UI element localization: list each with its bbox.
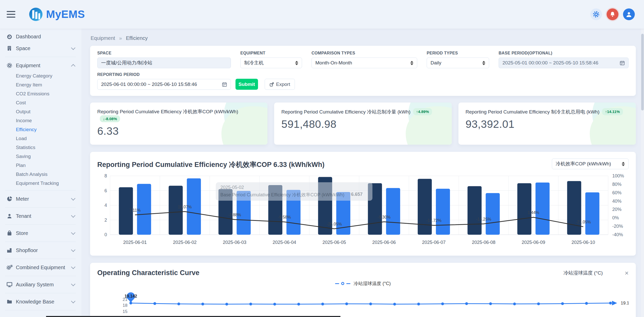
- space-input[interactable]: 一度城/公用动力/制冷站: [97, 58, 231, 68]
- efficiency-chart[interactable]: 02468100%80%60%40%20%0%-20%-40%2025-06-0…: [97, 173, 629, 251]
- svg-text:2025-06-01: 2025-06-01: [123, 240, 147, 245]
- curve-legend[interactable]: 冷站湿球温度 (°C): [97, 280, 629, 287]
- bottom-window-edge: [46, 316, 340, 317]
- sidebar-subitem-output[interactable]: Output: [0, 107, 81, 116]
- sidebar-subitem-co2-emissions[interactable]: CO2 Emissions: [0, 89, 81, 98]
- equipment-select[interactable]: 制冷主机: [240, 58, 302, 68]
- legend-label: 冷站湿球温度 (°C): [353, 280, 391, 287]
- sidebar-item-auxiliary-system[interactable]: Auxiliary System: [0, 279, 81, 290]
- vertical-scrollbar[interactable]: [641, 29, 644, 317]
- notifications-button[interactable]: [607, 8, 618, 20]
- change-percent-label: -9.30%: [378, 215, 391, 219]
- sidebar-item-equipment[interactable]: Equipment: [0, 60, 81, 71]
- brand[interactable]: MyEMS: [29, 8, 85, 21]
- sidebar-item-space[interactable]: Space: [0, 42, 81, 54]
- sidebar-divider: [5, 310, 76, 310]
- submit-button[interactable]: Submit: [235, 79, 258, 90]
- kpi-change-badge: ↑14.11%: [602, 108, 623, 115]
- sidebar-subitem-efficiency[interactable]: Efficiency: [0, 125, 81, 134]
- kpi-value: 591,480.98: [281, 118, 444, 130]
- export-button[interactable]: Export: [265, 79, 295, 90]
- sidebar-item-knowledge-base[interactable]: Knowledge Base: [0, 296, 81, 308]
- change-percent-label: -14.25%: [476, 217, 491, 221]
- tooltip-series: Base Period Cumulative Efficiency 冷机效率CO…: [220, 192, 344, 198]
- period-types-select[interactable]: Daily: [427, 58, 489, 68]
- bar-base-period: [418, 179, 432, 235]
- sidebar-subitem-statistics[interactable]: Statistics: [0, 143, 81, 152]
- curve-point: [153, 302, 156, 305]
- user-avatar[interactable]: [623, 8, 635, 20]
- kpi-title: Reporting Period Cumulative Efficiency 制…: [466, 108, 629, 116]
- sidebar-divider: [5, 293, 76, 293]
- settings-button[interactable]: [590, 8, 602, 20]
- monitor-icon: [6, 281, 13, 288]
- breadcrumb-parent[interactable]: Equipment: [91, 35, 115, 41]
- calendar-icon: [219, 82, 227, 87]
- tooltip-value: 6.657: [351, 192, 362, 198]
- sidebar-toggle-icon[interactable]: [7, 10, 18, 19]
- sidebar-divider: [5, 207, 76, 208]
- change-percent-label: -21.05%: [576, 220, 591, 224]
- sidebar-subitem-income[interactable]: Income: [0, 116, 81, 125]
- export-icon: [270, 82, 274, 87]
- sidebar-item-meter[interactable]: Meter: [0, 193, 81, 205]
- change-percent-label: -26.05%: [327, 222, 342, 226]
- kpi-card-row: Reporting Period Cumulative Efficiency 冷…: [90, 103, 636, 145]
- select-arrows-icon: [619, 162, 625, 166]
- sidebar-item-shopfloor[interactable]: Shopfloor: [0, 244, 81, 256]
- curve-point: [537, 302, 540, 305]
- sidebar-subitem-saving[interactable]: Saving: [0, 152, 81, 161]
- sidebar-subitem-plan[interactable]: Plan: [0, 161, 81, 170]
- space-label: SPACE: [97, 51, 231, 55]
- curve-chart[interactable]: 21181519.1419.142: [97, 288, 629, 317]
- sidebar-subitem-batch-analysis[interactable]: Batch Analysis: [0, 170, 81, 179]
- sidebar-divider: [5, 57, 76, 57]
- chart-parameter-select[interactable]: 冷机效率COP (kWh/kWh): [552, 158, 629, 169]
- base-period-input[interactable]: 2025-05-01 00:00:00 ~ 2025-05-10 15:58:4…: [499, 58, 629, 68]
- period-types-label: PERIOD TYPES: [427, 51, 489, 55]
- sidebar-item-tenant[interactable]: Tenant: [0, 210, 81, 222]
- bar-base-period: [517, 183, 531, 235]
- curve-point: [585, 302, 588, 305]
- curve-point: [177, 302, 180, 305]
- top-navbar: MyEMS: [0, 0, 644, 29]
- user-icon: [625, 10, 633, 18]
- scrollbar-thumb[interactable]: [641, 34, 644, 110]
- svg-text:0%: 0%: [612, 215, 619, 220]
- sidebar-subitem-energy-category[interactable]: Energy Category: [0, 71, 81, 80]
- reporting-period-input[interactable]: 2025-06-01 00:00:00 ~ 2025-06-10 15:58:4…: [97, 79, 231, 90]
- select-arrows-icon: [480, 61, 485, 65]
- bar-base-period: [567, 181, 581, 235]
- gear-icon: [593, 11, 600, 18]
- change-percent-label: -9.58%: [278, 215, 291, 219]
- gear-icon: [6, 62, 13, 69]
- change-percent-label: 15.07%: [178, 205, 192, 209]
- chart-tooltip: 2025-05-02 Base Period Cumulative Effici…: [216, 182, 372, 201]
- comparison-types-select[interactable]: Month-On-Month: [312, 58, 417, 68]
- sidebar-subitem-load[interactable]: Load: [0, 134, 81, 143]
- chevron-down-icon: [71, 265, 76, 269]
- sidebar: DashboardSpaceEquipmentEnergy CategoryEn…: [0, 29, 81, 317]
- sidebar-subitem-equipment-tracking[interactable]: Equipment Tracking: [0, 179, 81, 188]
- svg-text:4: 4: [104, 203, 107, 208]
- close-icon[interactable]: ×: [625, 270, 629, 276]
- bar-base-period: [468, 186, 482, 235]
- reporting-period-label: REPORTING PERIOD: [97, 72, 231, 77]
- pin-value-label: 19.142: [125, 294, 137, 298]
- sidebar-item-combined-equipment[interactable]: Combined Equipment: [0, 262, 81, 273]
- sidebar-subitem-energy-item[interactable]: Energy Item: [0, 80, 81, 89]
- svg-text:2025-06-10: 2025-06-10: [572, 240, 595, 245]
- kpi-change-badge: ↑4.89%: [413, 108, 432, 115]
- change-percent-label: 1.44%: [528, 210, 539, 215]
- bar-reporting-period: [535, 183, 550, 235]
- sidebar-item-store[interactable]: Store: [0, 227, 81, 239]
- bar-reporting-period: [486, 193, 500, 235]
- main-content: Equipment » Efficiency SPACE 一度城/公用动力/制冷…: [81, 29, 644, 317]
- sidebar-item-dashboard[interactable]: Dashboard: [0, 31, 81, 42]
- svg-text:2025-06-05: 2025-06-05: [323, 240, 346, 245]
- curve-point: [273, 303, 276, 305]
- sidebar-subitem-cost[interactable]: Cost: [0, 98, 81, 107]
- calendar-icon: [617, 60, 625, 65]
- curve-point: [297, 303, 300, 305]
- pie-icon: [6, 196, 13, 202]
